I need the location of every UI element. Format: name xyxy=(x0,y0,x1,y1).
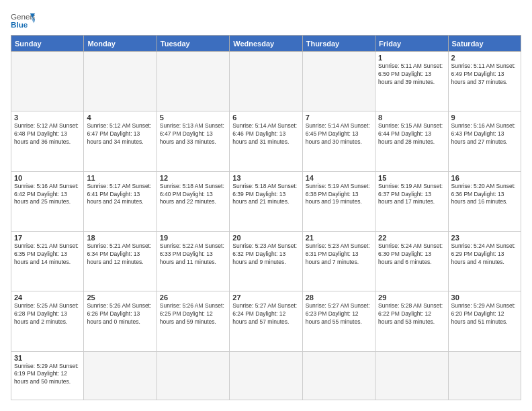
date-number: 11 xyxy=(87,174,153,182)
week-row-1: 1Sunrise: 5:11 AM Sunset: 6:50 PM Daylig… xyxy=(11,52,521,111)
calendar-cell xyxy=(84,52,157,111)
day-info: Sunrise: 5:23 AM Sunset: 6:31 PM Dayligh… xyxy=(306,242,372,267)
day-info: Sunrise: 5:12 AM Sunset: 6:47 PM Dayligh… xyxy=(87,122,153,146)
week-row-6: 31Sunrise: 5:29 AM Sunset: 6:19 PM Dayli… xyxy=(11,351,521,400)
date-number: 4 xyxy=(87,113,153,122)
date-number: 8 xyxy=(378,113,445,122)
day-info: Sunrise: 5:19 AM Sunset: 6:37 PM Dayligh… xyxy=(378,183,445,207)
date-number: 20 xyxy=(232,234,299,242)
calendar-cell: 24Sunrise: 5:25 AM Sunset: 6:28 PM Dayli… xyxy=(11,291,84,351)
day-info: Sunrise: 5:21 AM Sunset: 6:34 PM Dayligh… xyxy=(87,242,153,267)
svg-text:Blue: Blue xyxy=(11,20,28,29)
calendar-cell: 28Sunrise: 5:27 AM Sunset: 6:23 PM Dayli… xyxy=(302,291,375,351)
calendar-cell: 25Sunrise: 5:26 AM Sunset: 6:26 PM Dayli… xyxy=(84,291,157,351)
calendar-cell xyxy=(230,351,302,400)
day-info: Sunrise: 5:17 AM Sunset: 6:41 PM Dayligh… xyxy=(87,183,153,207)
day-info: Sunrise: 5:20 AM Sunset: 6:36 PM Dayligh… xyxy=(451,183,518,207)
calendar-cell: 27Sunrise: 5:27 AM Sunset: 6:24 PM Dayli… xyxy=(230,291,302,351)
date-number: 31 xyxy=(14,354,81,362)
calendar-cell: 3Sunrise: 5:12 AM Sunset: 6:48 PM Daylig… xyxy=(11,111,84,171)
header: General Blue xyxy=(11,11,521,30)
logo: General Blue xyxy=(11,11,35,30)
day-info: Sunrise: 5:24 AM Sunset: 6:29 PM Dayligh… xyxy=(451,242,518,267)
date-number: 30 xyxy=(451,293,518,302)
weekday-header-sunday: Sunday xyxy=(11,36,84,52)
date-number: 5 xyxy=(160,113,226,122)
date-number: 14 xyxy=(306,174,372,182)
day-info: Sunrise: 5:21 AM Sunset: 6:35 PM Dayligh… xyxy=(14,242,81,267)
date-number: 13 xyxy=(232,174,299,182)
date-number: 17 xyxy=(14,234,81,242)
date-number: 12 xyxy=(160,174,226,182)
calendar-cell: 30Sunrise: 5:29 AM Sunset: 6:20 PM Dayli… xyxy=(448,291,521,351)
day-info: Sunrise: 5:26 AM Sunset: 6:26 PM Dayligh… xyxy=(87,302,153,326)
date-number: 27 xyxy=(232,293,299,302)
date-number: 7 xyxy=(306,113,372,122)
weekday-header-friday: Friday xyxy=(375,36,448,52)
calendar-cell: 16Sunrise: 5:20 AM Sunset: 6:36 PM Dayli… xyxy=(448,171,521,231)
date-number: 21 xyxy=(306,234,372,242)
weekday-header-thursday: Thursday xyxy=(302,36,375,52)
calendar-cell: 10Sunrise: 5:16 AM Sunset: 6:42 PM Dayli… xyxy=(11,171,84,231)
date-number: 29 xyxy=(378,293,445,302)
date-number: 10 xyxy=(14,174,81,182)
day-info: Sunrise: 5:27 AM Sunset: 6:23 PM Dayligh… xyxy=(306,302,372,326)
calendar-cell: 29Sunrise: 5:28 AM Sunset: 6:22 PM Dayli… xyxy=(375,291,448,351)
week-row-5: 24Sunrise: 5:25 AM Sunset: 6:28 PM Dayli… xyxy=(11,291,521,351)
date-number: 16 xyxy=(451,174,518,182)
date-number: 2 xyxy=(451,54,518,62)
calendar-cell: 18Sunrise: 5:21 AM Sunset: 6:34 PM Dayli… xyxy=(84,231,157,291)
date-number: 18 xyxy=(87,234,153,242)
day-info: Sunrise: 5:13 AM Sunset: 6:47 PM Dayligh… xyxy=(160,122,226,146)
calendar-cell: 12Sunrise: 5:18 AM Sunset: 6:40 PM Dayli… xyxy=(157,171,229,231)
calendar-cell xyxy=(157,52,229,111)
day-info: Sunrise: 5:22 AM Sunset: 6:33 PM Dayligh… xyxy=(160,242,226,267)
day-info: Sunrise: 5:23 AM Sunset: 6:32 PM Dayligh… xyxy=(232,242,299,267)
date-number: 9 xyxy=(451,113,518,122)
day-info: Sunrise: 5:16 AM Sunset: 6:43 PM Dayligh… xyxy=(451,122,518,146)
date-number: 28 xyxy=(306,293,372,302)
date-number: 1 xyxy=(378,54,445,62)
calendar-cell xyxy=(448,351,521,400)
calendar-cell: 2Sunrise: 5:11 AM Sunset: 6:49 PM Daylig… xyxy=(448,52,521,111)
calendar-cell: 9Sunrise: 5:16 AM Sunset: 6:43 PM Daylig… xyxy=(448,111,521,171)
calendar-cell xyxy=(157,351,229,400)
calendar-cell: 20Sunrise: 5:23 AM Sunset: 6:32 PM Dayli… xyxy=(230,231,302,291)
week-row-4: 17Sunrise: 5:21 AM Sunset: 6:35 PM Dayli… xyxy=(11,231,521,291)
calendar-cell: 1Sunrise: 5:11 AM Sunset: 6:50 PM Daylig… xyxy=(375,52,448,111)
date-number: 24 xyxy=(14,293,81,302)
calendar-cell xyxy=(302,52,375,111)
calendar-cell: 11Sunrise: 5:17 AM Sunset: 6:41 PM Dayli… xyxy=(84,171,157,231)
calendar-cell: 19Sunrise: 5:22 AM Sunset: 6:33 PM Dayli… xyxy=(157,231,229,291)
calendar-cell: 7Sunrise: 5:14 AM Sunset: 6:45 PM Daylig… xyxy=(302,111,375,171)
weekday-header-saturday: Saturday xyxy=(448,36,521,52)
calendar-cell: 8Sunrise: 5:15 AM Sunset: 6:44 PM Daylig… xyxy=(375,111,448,171)
calendar-cell: 15Sunrise: 5:19 AM Sunset: 6:37 PM Dayli… xyxy=(375,171,448,231)
calendar-cell: 31Sunrise: 5:29 AM Sunset: 6:19 PM Dayli… xyxy=(11,351,84,400)
date-number: 6 xyxy=(232,113,299,122)
day-info: Sunrise: 5:15 AM Sunset: 6:44 PM Dayligh… xyxy=(378,122,445,146)
weekday-header-tuesday: Tuesday xyxy=(157,36,229,52)
calendar-cell xyxy=(11,52,84,111)
day-info: Sunrise: 5:28 AM Sunset: 6:22 PM Dayligh… xyxy=(378,302,445,326)
weekday-header-row: SundayMondayTuesdayWednesdayThursdayFrid… xyxy=(11,36,521,52)
calendar-table: SundayMondayTuesdayWednesdayThursdayFrid… xyxy=(11,35,521,400)
day-info: Sunrise: 5:26 AM Sunset: 6:25 PM Dayligh… xyxy=(160,302,226,326)
calendar-cell: 13Sunrise: 5:18 AM Sunset: 6:39 PM Dayli… xyxy=(230,171,302,231)
date-number: 19 xyxy=(160,234,226,242)
calendar-cell: 5Sunrise: 5:13 AM Sunset: 6:47 PM Daylig… xyxy=(157,111,229,171)
calendar-cell: 22Sunrise: 5:24 AM Sunset: 6:30 PM Dayli… xyxy=(375,231,448,291)
calendar-cell xyxy=(84,351,157,400)
calendar-cell xyxy=(230,52,302,111)
week-row-2: 3Sunrise: 5:12 AM Sunset: 6:48 PM Daylig… xyxy=(11,111,521,171)
day-info: Sunrise: 5:18 AM Sunset: 6:39 PM Dayligh… xyxy=(232,183,299,207)
day-info: Sunrise: 5:11 AM Sunset: 6:50 PM Dayligh… xyxy=(378,62,445,87)
calendar-cell: 21Sunrise: 5:23 AM Sunset: 6:31 PM Dayli… xyxy=(302,231,375,291)
weekday-header-wednesday: Wednesday xyxy=(230,36,302,52)
calendar-cell: 26Sunrise: 5:26 AM Sunset: 6:25 PM Dayli… xyxy=(157,291,229,351)
week-row-3: 10Sunrise: 5:16 AM Sunset: 6:42 PM Dayli… xyxy=(11,171,521,231)
calendar-cell: 23Sunrise: 5:24 AM Sunset: 6:29 PM Dayli… xyxy=(448,231,521,291)
day-info: Sunrise: 5:18 AM Sunset: 6:40 PM Dayligh… xyxy=(160,183,226,207)
date-number: 3 xyxy=(14,113,81,122)
date-number: 22 xyxy=(378,234,445,242)
